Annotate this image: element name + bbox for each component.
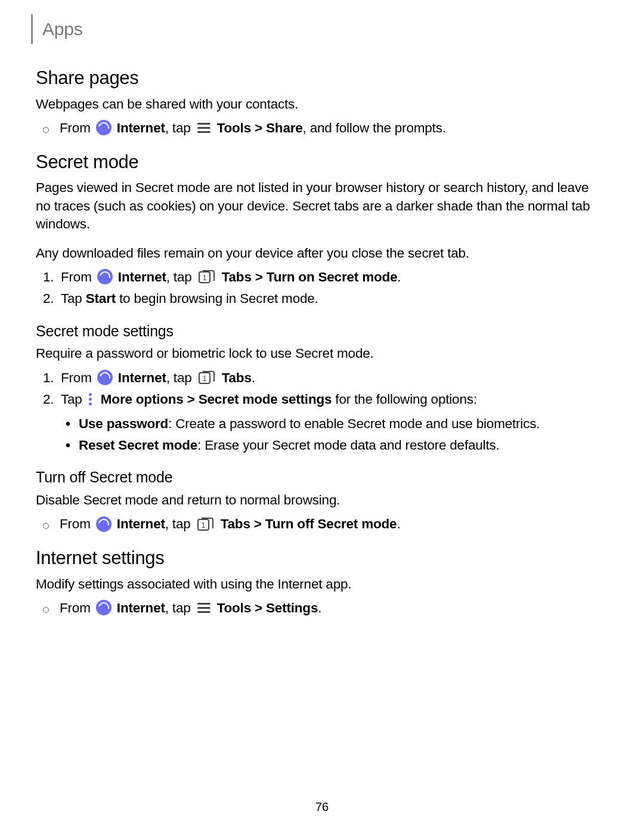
tabs-icon: 1 <box>197 517 215 531</box>
turn-off-secret-mode-intro: Disable Secret mode and return to normal… <box>36 491 601 509</box>
share-pages-heading: Share pages <box>36 66 601 91</box>
list-item: From Internet, tap Tools > Settings. <box>43 599 601 617</box>
bullet-circle-icon <box>43 599 60 617</box>
step-text: Tap More options > Secret mode settings … <box>61 391 601 408</box>
share-pages-intro: Webpages can be shared with your contact… <box>36 95 601 113</box>
secret-mode-intro2: Any downloaded files remain on your devi… <box>36 244 601 262</box>
list-item: 1. From Internet, tap 1 Tabs > Turn on S… <box>43 268 601 286</box>
list-item: • Use password: Create a password to ena… <box>66 415 601 433</box>
internet-icon <box>96 120 112 135</box>
internet-settings-steps: From Internet, tap Tools > Settings. <box>36 599 601 617</box>
list-item: • Reset Secret mode: Erase your Secret m… <box>66 436 601 454</box>
secret-mode-options: • Use password: Create a password to ena… <box>36 415 601 455</box>
secret-mode-settings-intro: Require a password or biometric lock to … <box>36 345 601 363</box>
internet-icon <box>97 370 113 385</box>
secret-mode-heading: Secret mode <box>36 150 601 175</box>
option-text: Reset Secret mode: Erase your Secret mod… <box>79 436 601 454</box>
body-content: Share pages Webpages can be shared with … <box>29 66 608 617</box>
list-item: 2. Tap More options > Secret mode settin… <box>43 391 601 408</box>
more-options-icon <box>87 392 94 406</box>
step-text: From Internet, tap 1 Tabs. <box>61 369 601 387</box>
section-header: Apps <box>31 14 608 44</box>
bullet-dot-icon: • <box>66 415 79 433</box>
step-text: From Internet, tap Tools > Settings. <box>60 599 601 617</box>
list-number: 1. <box>43 268 61 286</box>
internet-icon <box>96 516 112 532</box>
turn-off-secret-mode-heading: Turn off Secret mode <box>36 467 601 488</box>
internet-settings-heading: Internet settings <box>36 546 601 571</box>
secret-mode-settings-steps: 1. From Internet, tap 1 Tabs. 2. Tap Mor… <box>36 369 601 409</box>
tabs-icon: 1 <box>198 270 216 284</box>
option-text: Use password: Create a password to enabl… <box>79 415 601 433</box>
list-item: From Internet, tap 1 Tabs > Turn off Sec… <box>43 515 601 533</box>
step-text: Tap Start to begin browsing in Secret mo… <box>61 290 601 308</box>
section-header-text: Apps <box>42 19 83 39</box>
internet-icon <box>97 269 113 284</box>
secret-mode-steps: 1. From Internet, tap 1 Tabs > Turn on S… <box>36 268 601 308</box>
bullet-dot-icon: • <box>66 436 79 454</box>
turn-off-steps: From Internet, tap 1 Tabs > Turn off Sec… <box>36 515 601 533</box>
svg-text:1: 1 <box>201 521 205 529</box>
svg-text:1: 1 <box>202 274 206 282</box>
list-item: 1. From Internet, tap 1 Tabs. <box>43 369 601 387</box>
bullet-circle-icon <box>43 119 60 137</box>
svg-text:1: 1 <box>202 374 206 383</box>
list-number: 2. <box>43 290 61 308</box>
list-number: 2. <box>43 391 61 408</box>
tools-icon <box>197 122 211 134</box>
bullet-circle-icon <box>43 515 60 533</box>
page-number: 76 <box>0 800 644 814</box>
step-text: From Internet, tap Tools > Share, and fo… <box>60 119 601 137</box>
internet-icon <box>96 600 112 615</box>
list-number: 1. <box>43 369 61 387</box>
internet-settings-intro: Modify settings associated with using th… <box>36 575 601 593</box>
step-text: From Internet, tap 1 Tabs > Turn off Sec… <box>60 515 601 533</box>
tools-icon <box>197 602 211 614</box>
tabs-icon: 1 <box>198 370 216 385</box>
page: Apps Share pages Webpages can be shared … <box>0 0 644 833</box>
secret-mode-intro: Pages viewed in Secret mode are not list… <box>36 179 601 233</box>
list-item: From Internet, tap Tools > Share, and fo… <box>43 119 601 137</box>
share-pages-steps: From Internet, tap Tools > Share, and fo… <box>36 119 601 137</box>
step-text: From Internet, tap 1 Tabs > Turn on Secr… <box>61 268 601 286</box>
list-item: 2. Tap Start to begin browsing in Secret… <box>43 290 601 308</box>
secret-mode-settings-heading: Secret mode settings <box>36 321 601 342</box>
